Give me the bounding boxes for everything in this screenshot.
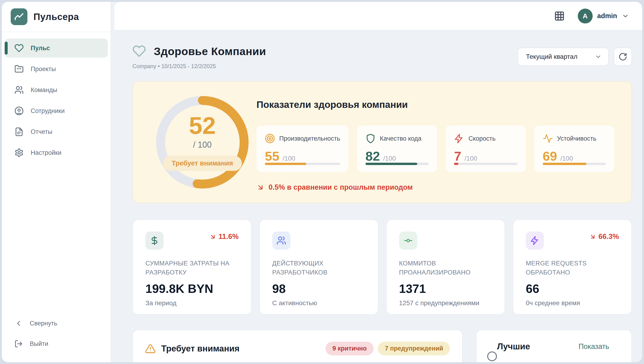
warning-count-badge: 7 предупреждений [378,342,450,355]
metric-label: Производительность [279,135,340,142]
brand: Пульсера [2,2,110,32]
metric-value: 69 [543,150,557,163]
target-icon [265,133,275,144]
zap-icon [526,231,544,250]
kpi-value: 98 [272,282,366,296]
metric-progress-track [366,163,429,165]
page-controls: Текущий квартал [518,48,632,66]
show-leaders-link[interactable]: Показать [578,342,609,351]
active-indicator [5,42,8,55]
metric-value: 55 [265,150,279,163]
metric-value: 82 [366,150,380,163]
bottom-row: Требует внимания 9 критично 7 предупрежд… [132,329,632,362]
collapse-label: Свернуть [30,320,57,327]
app-logo-icon [11,8,28,25]
period-select-value: Текущий квартал [526,53,578,61]
logout-icon [14,339,23,348]
health-score-max: / 100 [193,140,212,150]
metric-value: 7 [454,150,461,163]
company-health-card: 52 / 100 Требует внимания Показатели здо… [132,81,632,203]
attention-panel: Требует внимания 9 критично 7 предупрежд… [132,329,462,362]
kpi-label: ДЕЙСТВУЮЩИХ РАЗРАБОТЧИКОВ [272,259,365,277]
sidebar-item-teams[interactable]: Команды [5,80,108,100]
health-gauge: 52 / 100 Требует внимания [156,96,248,189]
apps-grid-button[interactable] [554,11,565,21]
metric-max: /100 [383,155,396,162]
avatar: A [578,9,593,24]
brand-name: Пульсера [34,12,79,22]
metric-max: /100 [560,155,573,162]
period-select[interactable]: Текущий квартал [518,48,609,66]
arrow-down-right-icon [256,183,264,191]
kpi-card-merge-requests: 66.3% MERGE REQUESTS ОБРАБОТАНО 66 0ч ср… [513,219,632,315]
heart-outline-icon [132,44,146,58]
sidebar-item-pulse[interactable]: Пульс [5,39,108,58]
heart-icon [14,44,24,53]
leaders-panel: Лучшие Показать [476,329,632,362]
page-subtitle: Company • 10/1/2025 - 12/2/2025 [132,63,266,70]
kpi-card-total-costs: 11.6% СУММАРНЫЕ ЗАТРАТЫ НА РАЗРАБОТКУ 19… [132,219,252,315]
metric-progress-fill [366,163,417,165]
kpi-subtext: 1257 с предупреждениями [399,299,492,307]
sidebar-footer: Свернуть Выйти [2,314,110,362]
metric-max: /100 [465,155,478,162]
activity-icon [543,133,553,144]
sidebar-item-label: Отчеты [31,128,52,136]
kpi-label: MERGE REQUESTS ОБРАБОТАНО [526,259,619,277]
folder-icon [14,64,24,74]
dollar-icon [146,231,164,250]
sidebar-item-label: Настройки [31,149,61,156]
sidebar-item-employees[interactable]: Сотрудники [5,101,108,120]
users-icon [272,231,290,250]
kpi-subtext: 0ч среднее время [526,299,619,307]
sidebar-item-settings[interactable]: Настройки [5,143,108,162]
kpi-label: КОММИТОВ ПРОАНАЛИЗИРОВАНО [399,259,492,277]
page-title: Здоровье Компании [154,45,266,58]
health-delta-text: 0.5% в сравнении с прошлым периодом [268,183,412,192]
metric-label: Скорость [468,135,496,142]
sidebar-spacer [2,162,110,314]
page-head: Здоровье Компании Company • 10/1/2025 - … [132,44,632,70]
kpi-card-active-developers: ДЕЙСТВУЮЩИХ РАЗРАБОТЧИКОВ 98 С активност… [259,219,378,315]
file-icon [14,127,24,136]
logout-button[interactable]: Выйти [5,335,108,353]
topbar: A admin [114,2,642,30]
gear-icon [14,148,24,157]
metric-progress-fill [454,163,458,165]
kpi-value: 199.8K BYN [146,282,238,296]
sidebar-nav: Пульс Проекты Команды Сотрудники [2,32,110,162]
git-commit-icon [399,231,417,250]
metric-progress-track [265,163,340,165]
critical-count-badge: 9 критично [326,342,374,355]
health-score: 52 [189,113,216,138]
shield-icon [366,133,376,144]
sidebar-item-reports[interactable]: Отчеты [5,122,108,141]
kpi-cards: 11.6% СУММАРНЫЕ ЗАТРАТЫ НА РАЗРАБОТКУ 19… [132,219,632,315]
collapse-sidebar-button[interactable]: Свернуть [5,314,108,332]
kpi-card-commits-analyzed: КОММИТОВ ПРОАНАЛИЗИРОВАНО 1371 1257 с пр… [386,219,505,315]
health-status-badge: Требует внимания [163,156,242,171]
arrow-down-right-icon [209,233,216,240]
arrow-down-right-icon [589,233,596,240]
kpi-delta: 11.6% [209,232,238,241]
metric-card-productivity: Производительность 55 /100 [256,126,348,172]
metric-progress-fill [265,163,306,165]
username: admin [597,12,617,20]
metric-max: /100 [282,155,295,162]
kpi-subtext: С активностью [272,299,366,307]
health-metrics: Производительность 55 /100 [256,126,614,172]
kpi-value: 1371 [399,282,492,296]
metric-card-speed: Скорость 7 /100 [446,126,526,172]
health-delta: 0.5% в сравнении с прошлым периодом [256,183,614,192]
metric-card-code-quality: Качество кода 82 /100 [357,126,437,172]
sidebar-item-label: Проекты [31,66,56,73]
metric-label: Устойчивость [557,135,596,142]
user-circle-icon [14,106,24,116]
leaders-panel-title: Лучшие [497,342,530,351]
kpi-delta: 66.3% [589,232,619,241]
user-menu[interactable]: A admin [578,9,629,24]
sidebar-item-projects[interactable]: Проекты [5,60,108,79]
sidebar-item-label: Сотрудники [31,107,64,115]
refresh-button[interactable] [614,48,632,66]
sidebar: Пульсера Пульс Проекты Команды [2,2,111,362]
